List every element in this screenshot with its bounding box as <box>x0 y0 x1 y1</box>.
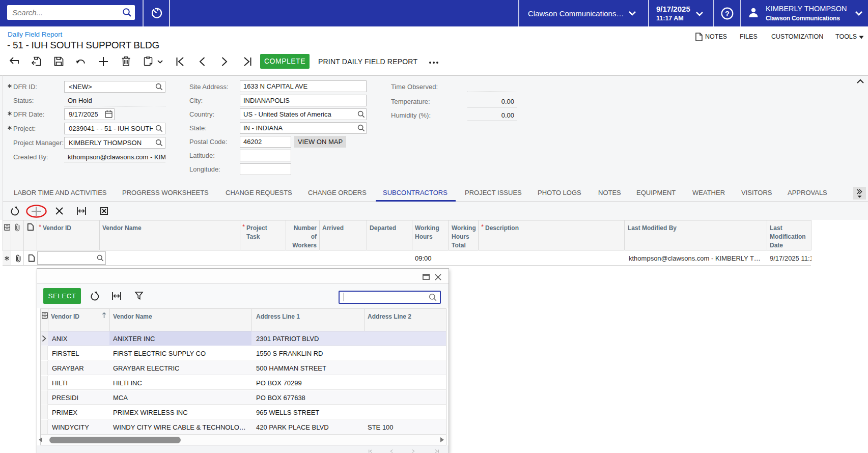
svg-text:?: ? <box>725 10 730 18</box>
